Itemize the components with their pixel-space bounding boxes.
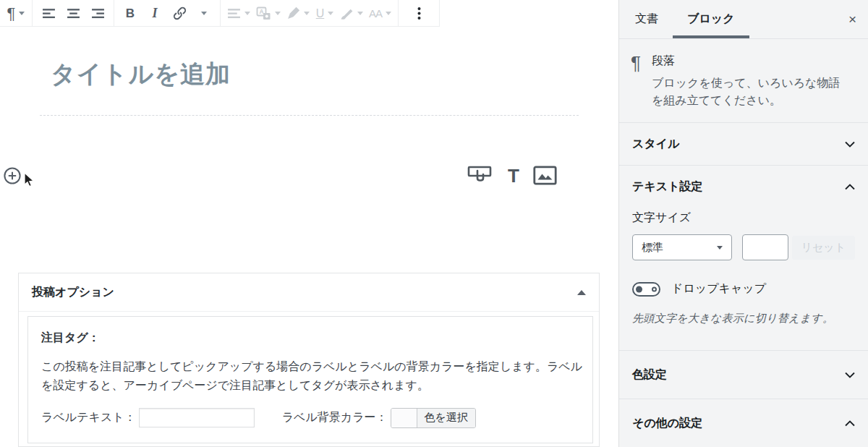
format-painter-button[interactable] xyxy=(337,1,366,27)
panel-color-settings: 色設定 xyxy=(619,351,868,399)
chevron-down-icon xyxy=(275,12,281,15)
chevron-up-icon xyxy=(845,184,855,190)
text-block-button[interactable]: T xyxy=(508,166,519,185)
pen-icon xyxy=(286,7,300,20)
kebab-menu-icon xyxy=(417,7,421,20)
dropcap-label: ドロップキャップ xyxy=(671,281,766,297)
toolbar-group-formatting: B I xyxy=(114,0,221,27)
toolbar-group-block-type: ¶ xyxy=(0,0,33,27)
font-size-label: 文字サイズ xyxy=(632,210,855,226)
button-block-button[interactable] xyxy=(467,164,494,187)
toolbar-group-alignment xyxy=(33,0,114,27)
chevron-down-icon xyxy=(201,12,207,15)
panel-text-settings: テキスト設定 文字サイズ 標準 リセット ドロップキャップ 先頭文字を大きな表 xyxy=(619,166,868,351)
post-options-metabox: 投稿オプション 注目タグ： この投稿を注目記事としてピックアップする場合のラベル… xyxy=(18,273,600,447)
featured-tag-description: この投稿を注目記事としてピックアップする場合のラベルとラベルの背景カラーを指定し… xyxy=(41,357,584,396)
chevron-down-icon xyxy=(717,246,723,250)
tab-block[interactable]: ブロック xyxy=(673,0,749,38)
font-size-reset-button[interactable]: リセット xyxy=(792,236,855,260)
toolbar-group-more xyxy=(399,0,440,27)
translate-button[interactable]: A xyxy=(253,1,284,27)
panel-color-settings-header[interactable]: 色設定 xyxy=(619,351,868,399)
font-size-button[interactable]: AA xyxy=(366,1,394,27)
link-icon xyxy=(172,6,187,21)
featured-tag-form-row: ラベルテキスト： ラベル背景カラー： 色を選択 xyxy=(41,408,579,428)
paragraph-block-type-button[interactable]: ¶ xyxy=(4,1,28,27)
font-size-select[interactable]: 標準 xyxy=(632,234,732,260)
pilcrow-icon: ¶ xyxy=(7,6,16,22)
tab-document[interactable]: 文書 xyxy=(621,0,673,38)
chevron-up-icon xyxy=(845,420,855,427)
sidebar-tabs: 文書 ブロック × xyxy=(619,0,868,39)
underline-button[interactable]: U xyxy=(312,1,337,27)
brush-icon xyxy=(340,7,354,20)
collapse-triangle-icon xyxy=(577,290,586,295)
post-options-header[interactable]: 投稿オプション xyxy=(19,273,599,312)
chevron-down-icon xyxy=(386,12,391,15)
chevron-down-icon xyxy=(845,372,855,378)
align-left-icon xyxy=(42,7,56,20)
settings-sidebar: 文書 ブロック × ¶ 段落 ブロックを使って、いろいろな物語を組み立ててくださ… xyxy=(618,0,868,447)
align-justify-icon xyxy=(227,7,241,20)
block-card-title: 段落 xyxy=(652,54,846,69)
chevron-down-icon xyxy=(19,12,25,15)
panel-advanced-header[interactable]: その他の設定 xyxy=(619,399,868,447)
featured-tag-label: 注目タグ： xyxy=(41,331,579,346)
dropcap-toggle-row: ドロップキャップ xyxy=(632,281,855,297)
italic-button[interactable]: I xyxy=(142,1,167,27)
label-text-input[interactable] xyxy=(139,408,255,427)
color-select-button[interactable]: 色を選択 xyxy=(391,408,476,428)
panel-styles: スタイル xyxy=(619,123,868,166)
svg-text:A: A xyxy=(259,8,263,15)
font-size-controls: 標準 リセット xyxy=(632,234,855,260)
chevron-down-icon xyxy=(357,12,363,15)
block-toolbar: ¶ B I xyxy=(0,0,440,27)
align-right-icon xyxy=(91,7,105,20)
more-options-button[interactable] xyxy=(402,1,435,27)
toggle-thumb-icon xyxy=(636,286,642,292)
post-options-title: 投稿オプション xyxy=(32,285,114,300)
block-card-text: 段落 ブロックを使って、いろいろな物語を組み立ててください。 xyxy=(652,54,846,109)
close-sidebar-button[interactable]: × xyxy=(837,12,868,26)
title-divider xyxy=(40,115,579,116)
pilcrow-icon: ¶ xyxy=(631,54,641,109)
align-justify-button[interactable] xyxy=(224,1,253,27)
more-formatting-button[interactable] xyxy=(192,1,216,27)
chevron-down-icon xyxy=(304,12,310,15)
align-center-button[interactable] xyxy=(61,1,85,27)
button-block-icon xyxy=(467,164,494,187)
panel-styles-header[interactable]: スタイル xyxy=(619,123,868,165)
block-card-description: ブロックを使って、いろいろな物語を組み立ててください。 xyxy=(652,74,846,109)
editor-canvas: ¶ B I xyxy=(0,0,618,447)
toggle-off-dot-icon xyxy=(652,286,657,291)
panel-advanced: その他の設定 xyxy=(619,399,868,447)
block-card: ¶ 段落 ブロックを使って、いろいろな物語を組み立ててください。 xyxy=(619,39,868,123)
panel-text-settings-header[interactable]: テキスト設定 xyxy=(619,166,868,208)
align-center-icon xyxy=(67,7,80,20)
link-button[interactable] xyxy=(167,1,192,27)
font-size-number-input[interactable] xyxy=(742,234,788,260)
dropcap-toggle[interactable] xyxy=(632,282,660,297)
label-text-label: ラベルテキスト： xyxy=(41,410,136,425)
image-block-icon xyxy=(533,166,557,185)
plus-circle-icon xyxy=(3,166,22,185)
chevron-down-icon xyxy=(845,141,855,148)
translate-icon: A xyxy=(256,7,271,21)
chevron-down-icon xyxy=(328,12,333,15)
dropcap-help-text: 先頭文字を大きな表示に切り替えます。 xyxy=(632,312,855,325)
align-right-button[interactable] xyxy=(85,1,110,27)
chevron-down-icon xyxy=(244,12,250,15)
bold-button[interactable]: B xyxy=(118,1,142,27)
featured-tag-fieldset: 注目タグ： この投稿を注目記事としてピックアップする場合のラベルとラベルの背景カ… xyxy=(27,316,593,443)
image-block-button[interactable] xyxy=(533,166,557,185)
quick-block-shortcuts: T xyxy=(467,164,557,187)
mouse-cursor xyxy=(24,172,36,192)
label-bg-color-label: ラベル背景カラー： xyxy=(282,410,388,425)
text-block-icon: T xyxy=(508,166,519,185)
add-block-button[interactable] xyxy=(3,166,22,185)
post-title-input[interactable]: タイトルを追加 xyxy=(51,58,231,91)
text-color-button[interactable] xyxy=(284,1,312,27)
align-left-button[interactable] xyxy=(36,1,61,27)
toolbar-group-disabled-tools: A U AA xyxy=(221,0,399,27)
text-settings-content: 文字サイズ 標準 リセット ドロップキャップ 先頭文字を大きな表示に切り替えます… xyxy=(619,210,868,350)
